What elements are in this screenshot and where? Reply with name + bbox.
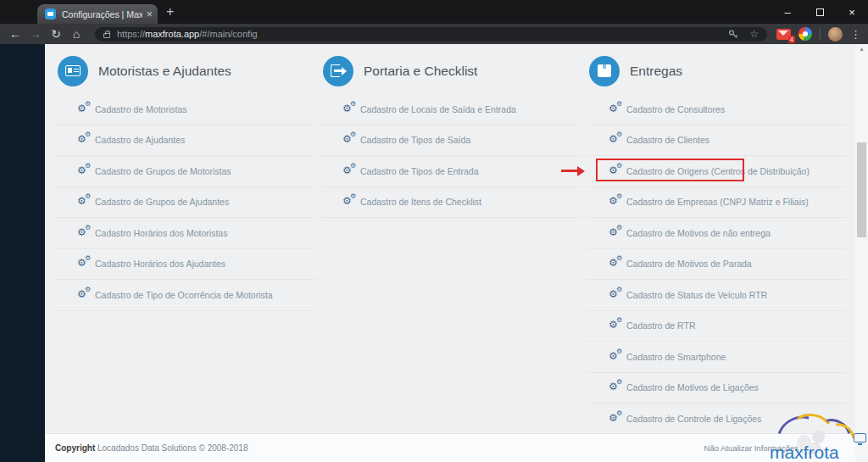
tab-title: Configurações | Maxfrota (62, 9, 142, 19)
gears-icon (342, 134, 357, 146)
reload-button[interactable]: ↻ (46, 27, 66, 41)
page-scrollbar[interactable]: ▲ (855, 44, 868, 462)
section-motoristas-e-ajudantes: Motoristas e Ajudantes Cadastro de Motor… (55, 56, 316, 311)
maximize-icon (816, 8, 824, 16)
section-title: Entregas (630, 64, 682, 79)
link-cadastro-clientes[interactable]: Cadastro de Clientes (587, 125, 847, 157)
brand-name: maxfrota (770, 443, 839, 462)
gears-icon (609, 196, 623, 208)
gears-icon (609, 103, 623, 115)
link-cadastro-tipos-entrada[interactable]: Cadastro de Tipos de Entrada (320, 156, 581, 187)
item-label: Cadastro de Status de Veículo RTR (626, 290, 767, 300)
item-label: Cadastro de Itens de Checklist (360, 197, 481, 207)
close-button[interactable]: × (836, 6, 868, 19)
new-tab-button[interactable]: + (166, 3, 174, 20)
copyright-label: Copyright (55, 443, 95, 453)
item-label: Cadastro de Smartphone (626, 352, 726, 362)
link-cadastro-motivos-nao-entrega[interactable]: Cadastro de Motivos de não entrega (587, 218, 847, 249)
url-text: https://maxfrota.app/#/main/config (117, 29, 258, 39)
link-cadastro-locais-saida-entrada[interactable]: Cadastro de Locais de Saída e Entrada (320, 94, 581, 125)
site-favicon-icon (45, 8, 56, 19)
gears-icon (342, 165, 357, 177)
back-button[interactable]: ← (5, 27, 25, 41)
item-label: Cadastro de Motivos de Ligações (626, 382, 759, 392)
annotation-red-box (596, 159, 744, 181)
item-label: Cadastro de RTR (626, 320, 696, 331)
config-panel: Motoristas e Ajudantes Cadastro de Motor… (45, 44, 868, 462)
profile-avatar[interactable] (828, 27, 843, 42)
browser-menu-icon[interactable]: ⋮ (850, 28, 861, 41)
item-label: Cadastro de Motoristas (95, 104, 187, 114)
link-cadastro-smartphone[interactable]: Cadastro de Smartphone (587, 342, 847, 373)
bookmark-star-icon[interactable]: ☆ (749, 28, 759, 40)
link-cadastro-empresas[interactable]: Cadastro de Empresas (CNPJ Matriz e Fili… (587, 187, 847, 219)
section-portaria-e-checklist: Portaria e Checklist Cadastro de Locais … (320, 56, 581, 218)
gears-icon (609, 289, 623, 301)
gears-icon (609, 413, 623, 425)
mail-badge: 4 (788, 36, 795, 43)
page-content: Motoristas e Ajudantes Cadastro de Motor… (0, 44, 868, 462)
section-title: Portaria e Checklist (364, 64, 477, 79)
gears-icon (609, 258, 623, 270)
gears-icon (609, 134, 623, 146)
monitor-icon (854, 433, 866, 443)
link-cadastro-itens-checklist[interactable]: Cadastro de Itens de Checklist (320, 187, 581, 219)
gears-icon (77, 103, 92, 115)
item-label: Cadastro Horários dos Ajudantes (95, 259, 225, 269)
item-label: Cadastro de Consultores (626, 104, 725, 114)
section-entregas: Entregas Cadastro de Consultores Cadastr… (587, 56, 847, 435)
link-cadastro-rtr[interactable]: Cadastro de RTR (587, 311, 847, 342)
link-cadastro-motivos-ligacoes[interactable]: Cadastro de Motivos de Ligações (587, 373, 847, 404)
maxfrota-logo: maxfrota (766, 420, 868, 462)
maximize-button[interactable] (804, 6, 836, 19)
address-bar[interactable]: https://maxfrota.app/#/main/config ☆ (95, 27, 767, 42)
minimize-button[interactable]: – (771, 6, 804, 19)
gears-icon (77, 258, 92, 270)
gears-icon (77, 227, 92, 239)
gears-icon (342, 103, 357, 115)
page-footer: Copyright Locadados Data Solutions © 200… (45, 433, 868, 462)
lock-icon (103, 33, 110, 38)
toolbar-divider (820, 28, 821, 40)
link-cadastro-horarios-motoristas[interactable]: Cadastro Horários dos Motoristas (55, 218, 316, 249)
link-cadastro-status-veiculo-rtr[interactable]: Cadastro de Status de Veículo RTR (587, 280, 847, 311)
item-label: Cadastro de Tipos de Saída (360, 135, 470, 145)
link-cadastro-horarios-ajudantes[interactable]: Cadastro Horários dos Ajudantes (55, 249, 316, 281)
item-label: Cadastro de Clientes (626, 135, 709, 145)
link-cadastro-grupos-motoristas[interactable]: Cadastro de Grupos de Motoristas (55, 156, 316, 187)
item-label: Cadastro de Tipos de Entrada (360, 166, 479, 176)
gears-icon (77, 134, 92, 146)
id-card-icon (58, 56, 88, 86)
link-cadastro-motoristas[interactable]: Cadastro de Motoristas (55, 94, 316, 125)
gears-icon (609, 381, 623, 393)
forward-button[interactable]: → (25, 27, 46, 41)
link-cadastro-tipos-saida[interactable]: Cadastro de Tipos de Saída (320, 125, 581, 157)
compass-extension-icon[interactable] (798, 27, 812, 41)
browser-toolbar: ← → ↻ ⌂ https://maxfrota.app/#/main/conf… (0, 24, 868, 44)
annotation-red-arrow (561, 170, 578, 172)
browser-tab[interactable]: Configurações | Maxfrota × (37, 4, 158, 24)
link-cadastro-origens-centros-distribuicao[interactable]: Cadastro de Origens (Centros de Distribu… (587, 156, 847, 187)
gears-icon (342, 196, 357, 208)
copyright-rest: Locadados Data Solutions © 2008-2018 (95, 443, 248, 453)
collapsed-sidebar (0, 44, 45, 462)
item-label: Cadastro Horários dos Motoristas (95, 228, 227, 238)
gears-icon (77, 289, 92, 301)
sign-out-icon (323, 56, 353, 86)
link-cadastro-motivos-parada[interactable]: Cadastro de Motivos de Parada (587, 249, 847, 281)
tab-close-icon[interactable]: × (146, 8, 153, 19)
item-label: Cadastro de Grupos de Motoristas (95, 166, 231, 176)
scroll-up-arrow[interactable]: ▲ (855, 46, 868, 52)
link-cadastro-grupos-ajudantes[interactable]: Cadastro de Grupos de Ajudantes (55, 187, 316, 219)
home-button[interactable]: ⌂ (66, 27, 86, 41)
mail-extension-icon[interactable]: 4 (776, 29, 791, 40)
link-cadastro-tipo-ocorrencia-motorista[interactable]: Cadastro de Tipo de Ocorrência de Motori… (55, 280, 316, 311)
item-label: Cadastro de Locais de Saída e Entrada (360, 104, 516, 114)
url-path: /#/main/config (199, 29, 257, 39)
scrollbar-thumb[interactable] (857, 142, 866, 237)
key-icon[interactable] (728, 29, 739, 39)
link-cadastro-consultores[interactable]: Cadastro de Consultores (587, 94, 847, 125)
gears-icon (77, 196, 92, 208)
link-cadastro-ajudantes[interactable]: Cadastro de Ajudantes (55, 125, 316, 157)
gears-icon (609, 351, 623, 363)
